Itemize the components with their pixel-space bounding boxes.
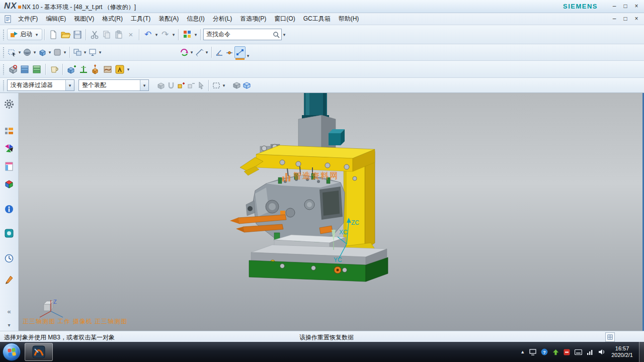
- model-teal-block[interactable]: [329, 129, 345, 145]
- tray-keyboard-icon[interactable]: [575, 349, 582, 355]
- materials-button[interactable]: [3, 273, 16, 286]
- command-finder[interactable]: [203, 29, 282, 40]
- wave-geometry-button[interactable]: [102, 63, 114, 76]
- dropdown-icon[interactable]: ▾: [47, 50, 52, 55]
- orient-view-button[interactable]: [22, 47, 32, 58]
- show-desktop-button[interactable]: [639, 342, 644, 362]
- menu-assemblies[interactable]: 装配(A): [154, 13, 183, 25]
- select-rectangle-button[interactable]: [7, 47, 17, 58]
- repeat-command-button[interactable]: [181, 28, 193, 41]
- close-button[interactable]: ×: [631, 2, 642, 11]
- assembly-constraints-button[interactable]: [77, 63, 90, 76]
- selection-scope-combo[interactable]: 整个装配 ▾: [78, 79, 149, 91]
- redo-button[interactable]: ↷: [159, 28, 171, 41]
- wireframe-select-button[interactable]: [242, 80, 252, 91]
- cut-button[interactable]: [89, 28, 101, 41]
- view-triad[interactable]: Z: [40, 299, 63, 317]
- paste-button[interactable]: [113, 28, 125, 41]
- web-browser-button[interactable]: [3, 203, 16, 216]
- start-button[interactable]: [3, 343, 21, 361]
- undo-dropdown-icon[interactable]: ▾: [154, 32, 159, 37]
- command-search-input[interactable]: [205, 31, 273, 39]
- save-button[interactable]: [71, 28, 84, 41]
- render-style-button[interactable]: [37, 47, 47, 58]
- new-parent-button[interactable]: [48, 63, 60, 76]
- toolbar-grip[interactable]: [3, 29, 5, 40]
- sequence-button[interactable]: [114, 63, 126, 76]
- sidebar-more-button[interactable]: ▾: [8, 322, 10, 328]
- dropdown-icon[interactable]: ▾: [193, 32, 198, 37]
- constraint-navigator-button[interactable]: [3, 142, 16, 155]
- undo-button[interactable]: ↶: [142, 28, 154, 41]
- toolbar-grip[interactable]: [3, 64, 5, 75]
- start-button[interactable]: 启动 ▾: [7, 29, 42, 40]
- open-file-button[interactable]: [59, 28, 71, 41]
- menu-help[interactable]: 帮助(H): [335, 13, 363, 25]
- child-close-button[interactable]: ×: [631, 14, 642, 23]
- add-component-button[interactable]: [65, 63, 77, 76]
- dropdown-icon[interactable]: ▾: [98, 50, 103, 55]
- part-navigator-button[interactable]: [3, 160, 16, 173]
- tray-alert-icon[interactable]: [564, 349, 570, 355]
- menu-analysis[interactable]: 分析(L): [209, 13, 236, 25]
- snap-point-button[interactable]: [224, 47, 234, 58]
- window-layout-button[interactable]: [72, 47, 83, 58]
- redo-dropdown-icon[interactable]: ▾: [171, 32, 176, 37]
- toolbar-grip[interactable]: [3, 80, 5, 91]
- assembly-navigator-button[interactable]: [3, 125, 16, 138]
- dropdown-icon[interactable]: ▾: [32, 50, 37, 55]
- filter-dropdown-icon[interactable]: ▾: [67, 83, 72, 88]
- child-restore-button[interactable]: □: [620, 14, 631, 23]
- menu-gc-toolbox[interactable]: GC工具箱: [299, 13, 335, 25]
- menu-tools[interactable]: 工具(T): [127, 13, 154, 25]
- dropdown-icon[interactable]: ▾: [62, 50, 67, 55]
- tray-network-icon[interactable]: [587, 349, 594, 355]
- highlight-selection-button[interactable]: [166, 80, 176, 91]
- snap-add-button[interactable]: [176, 80, 186, 91]
- taskbar-nx-app-button[interactable]: [25, 343, 53, 361]
- menu-preferences[interactable]: 首选项(P): [236, 13, 270, 25]
- scope-dropdown-icon[interactable]: ▾: [142, 83, 147, 88]
- view-operations-button[interactable]: [88, 47, 98, 58]
- dropdown-icon[interactable]: ▾: [83, 50, 88, 55]
- reuse-library-button[interactable]: [3, 177, 16, 191]
- marquee-mode-button[interactable]: [211, 80, 221, 91]
- menu-edit[interactable]: 编辑(E): [42, 13, 70, 25]
- background-color-button[interactable]: [52, 47, 62, 58]
- status-dependency-icon[interactable]: [605, 332, 615, 342]
- assembly-dropdown-icon[interactable]: ▾: [126, 67, 131, 72]
- select-from-list-button[interactable]: [156, 80, 166, 91]
- menu-format[interactable]: 格式(R): [98, 13, 127, 25]
- search-dropdown-icon[interactable]: ▾: [282, 32, 287, 37]
- find-component-button[interactable]: [7, 63, 19, 76]
- select-hand-button[interactable]: [196, 80, 206, 91]
- component-group-button[interactable]: [31, 63, 43, 76]
- child-minimize-button[interactable]: –: [609, 14, 620, 23]
- title-bar[interactable]: NX NX 10 - 基本环境 - [48_x_t.prt （修改的）] SIE…: [0, 0, 644, 13]
- taskbar-clock[interactable]: 16:57 2020/2/1: [611, 345, 633, 358]
- snap-angle-button[interactable]: [214, 47, 224, 58]
- tray-volume-icon[interactable]: [598, 349, 605, 355]
- menu-information[interactable]: 信息(I): [183, 13, 208, 25]
- roles-gear-button[interactable]: [3, 98, 16, 111]
- deselect-button[interactable]: [186, 80, 196, 91]
- menu-window[interactable]: 窗口(O): [270, 13, 299, 25]
- minimize-button[interactable]: –: [609, 2, 620, 11]
- graphics-viewport[interactable]: ZC XC YC Z 智造资料网: [19, 93, 644, 331]
- copy-button[interactable]: [101, 28, 113, 41]
- shaded-select-button[interactable]: [231, 80, 242, 91]
- toolbar-grip[interactable]: [3, 47, 5, 58]
- 3d-model[interactable]: ZC XC YC Z: [19, 93, 643, 331]
- tray-update-icon[interactable]: [552, 349, 559, 355]
- move-component-button[interactable]: [90, 63, 102, 76]
- dropdown-icon[interactable]: ▾: [204, 50, 209, 55]
- delete-button[interactable]: ×: [125, 28, 137, 41]
- tray-chevron-icon[interactable]: ▲: [520, 349, 525, 354]
- synchronous-modeling-button[interactable]: [179, 47, 189, 58]
- history-button[interactable]: [3, 252, 16, 265]
- menu-file[interactable]: 文件(F): [14, 13, 42, 25]
- collapse-sidebar-button[interactable]: «: [7, 308, 11, 315]
- new-file-button[interactable]: [47, 28, 59, 41]
- maximize-button[interactable]: □: [620, 2, 631, 11]
- menu-view[interactable]: 视图(V): [70, 13, 98, 25]
